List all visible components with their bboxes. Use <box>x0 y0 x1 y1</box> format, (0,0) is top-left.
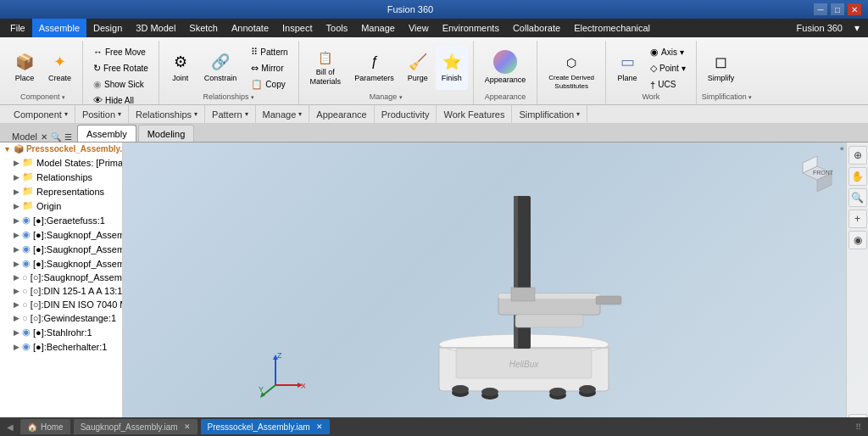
bom-button[interactable]: 📋 Bill ofMaterials <box>304 46 348 90</box>
tree-din-en-iso[interactable]: ▶ ○ [○]:DIN EN ISO 7040 M1... <box>0 298 122 311</box>
create-icon: ✦ <box>50 52 70 72</box>
tab-saugknopf-close[interactable]: ✕ <box>184 422 191 431</box>
menu-item-tools[interactable]: Tools <box>320 19 355 37</box>
svg-point-8 <box>579 385 596 394</box>
show-sick-button[interactable]: ◉ Show Sick <box>88 76 153 92</box>
svg-point-12 <box>549 388 566 396</box>
model-menu[interactable]: ☰ <box>64 132 72 142</box>
panel-manage[interactable]: Manage ▾ <box>256 105 310 123</box>
panel-simplification[interactable]: Simplification ▾ <box>512 105 587 123</box>
menu-item-electromechanical[interactable]: Electromechanical <box>567 19 657 37</box>
tab-home[interactable]: 🏠 Home <box>20 419 70 434</box>
tree-saugknopf-1-label: [●]:Saugknopf_Assembly: <box>33 230 122 240</box>
model-search[interactable]: 🔍 <box>51 132 61 142</box>
purge-button[interactable]: 🧹 Purge <box>402 46 434 90</box>
panel-relationships[interactable]: Relationships ▾ <box>129 105 205 123</box>
tree-gewindestange[interactable]: ▶ ○ [○]:Gewindestange:1 <box>0 311 122 325</box>
tree-geraetefu[interactable]: ▶ ◉ [●]:Geraetefuss:1 <box>0 213 122 227</box>
tree-becherhalter[interactable]: ▶ ◉ [●]:Becherhalter:1 <box>0 339 122 354</box>
axis-button[interactable]: ◉ Axis ▾ <box>645 45 691 60</box>
viewport[interactable]: HeliBux <box>123 143 868 436</box>
mirror-button[interactable]: ⇔ Mirror <box>246 61 292 76</box>
menu-item-sketch[interactable]: Sketch <box>182 19 225 37</box>
appearance-button[interactable]: Appearance <box>479 46 532 90</box>
panel-position[interactable]: Position ▾ <box>75 105 129 123</box>
orbit-tool[interactable]: ◉ <box>849 231 867 249</box>
axis-icon: ◉ <box>650 47 659 58</box>
close-btn[interactable]: ✕ <box>848 3 861 15</box>
menu-item-assemble[interactable]: Assemble <box>32 19 86 37</box>
tab-presssockel[interactable]: Presssockel_Assembly.iam ✕ <box>201 419 330 434</box>
minimize-btn[interactable]: ─ <box>814 3 827 15</box>
free-rotate-button[interactable]: ↻ Free Rotate <box>88 60 153 75</box>
create-button[interactable]: ✦ Create <box>42 46 77 90</box>
free-move-button[interactable]: ↔ Free Move <box>88 44 153 59</box>
zoom-region-tool[interactable]: ⊕ <box>849 146 867 165</box>
pan-tool[interactable]: ✋ <box>849 167 867 186</box>
simplify-button[interactable]: ◻ Simplify <box>702 46 741 90</box>
simplify-icon: ◻ <box>710 52 731 72</box>
tab-saugknopf[interactable]: Saugknopf_Assembly.iam ✕ <box>74 419 198 434</box>
create-label: Create <box>48 74 71 83</box>
tree-root[interactable]: ▼ 📦 Presssockel_Assembly.iam <box>0 143 122 155</box>
tree-saugknopf-3[interactable]: ▶ ◉ [●]:Saugknopf_Assembly: <box>0 256 122 271</box>
constrain-button[interactable]: 🔗 Constrain <box>198 46 243 90</box>
model-close[interactable]: ✕ <box>41 132 47 142</box>
tree-model-states[interactable]: ▶ 📁 Model States: [Primary] <box>0 155 122 170</box>
svg-rect-19 <box>515 315 583 327</box>
hide-all-button[interactable]: 👁 Hide All <box>88 92 153 105</box>
comp-icon-10: ◉ <box>22 341 31 352</box>
tabs-scroll-right[interactable]: ⠿ <box>855 422 861 432</box>
pattern-button[interactable]: ⠿ Pattern <box>246 45 292 60</box>
ribbon-group-work: ▭ Plane ◉ Axis ▾ ◇ Point ▾ † UCS Work <box>606 41 697 104</box>
panel-appearance[interactable]: Appearance <box>309 105 374 123</box>
tab-presssockel-close[interactable]: ✕ <box>316 422 323 431</box>
expand-icon[interactable]: ▾ <box>849 22 865 34</box>
finish-button[interactable]: ⭐ Finish <box>436 46 468 90</box>
tree-representations[interactable]: ▶ 📁 Representations <box>0 184 122 198</box>
nav-back[interactable]: ◀ <box>7 422 14 432</box>
menu-item-3dmodel[interactable]: 3D Model <box>129 19 182 37</box>
look-at-tool[interactable]: + <box>849 210 867 228</box>
menu-item-inspect[interactable]: Inspect <box>275 19 319 37</box>
panel-pattern[interactable]: Pattern ▾ <box>205 105 255 123</box>
tab-assembly[interactable]: Assembly <box>77 125 136 142</box>
panel-component[interactable]: Component ▾ <box>7 105 75 123</box>
tree-becherhalter-label: [●]:Becherhalter:1 <box>33 342 107 352</box>
comp-icon-8: ○ <box>22 313 28 323</box>
panel-work-features[interactable]: Work Features <box>437 105 512 123</box>
menu-item-view[interactable]: View <box>402 19 436 37</box>
place-button[interactable]: 📦 Place <box>8 46 41 90</box>
window-controls[interactable]: ─ □ ✕ <box>814 3 861 15</box>
menu-item-manage[interactable]: Manage <box>354 19 402 37</box>
tree-saugknopf-4[interactable]: ▶ ○ [○]:Saugknopf_Assembly: <box>0 271 122 284</box>
panel-productivity[interactable]: Productivity <box>375 105 437 123</box>
tree-origin[interactable]: ▶ 📁 Origin <box>0 198 122 213</box>
point-button[interactable]: ◇ Point ▾ <box>645 61 691 76</box>
tree-saugknopf-1[interactable]: ▶ ◉ [●]:Saugknopf_Assembly: <box>0 227 122 242</box>
tab-modeling[interactable]: Modeling <box>138 125 195 142</box>
parameters-button[interactable]: ƒ Parameters <box>348 46 400 90</box>
show-sick-label: Show Sick <box>104 80 144 89</box>
menu-item-collaborate[interactable]: Collaborate <box>506 19 567 37</box>
menu-item-environments[interactable]: Environments <box>436 19 506 37</box>
menu-item-annotate[interactable]: Annotate <box>225 19 275 37</box>
tree-din125[interactable]: ▶ ○ [○]:DIN 125-1 A A 13:1 <box>0 284 122 298</box>
joint-button[interactable]: ⚙ Joint <box>164 46 197 90</box>
tree-representations-label: Representations <box>36 187 104 197</box>
menu-item-fusion360[interactable]: Fusion 360 <box>790 19 849 37</box>
create-derived-button[interactable]: ⬡ Create DerivedSubstitutes <box>542 50 600 94</box>
copy-button[interactable]: 📋 Copy <box>246 77 292 92</box>
pattern-icon: ⠿ <box>251 47 258 58</box>
maximize-btn[interactable]: □ <box>831 3 844 15</box>
folder-icon-4: 📁 <box>22 200 34 211</box>
nav-cube[interactable]: FRONT <box>794 149 841 196</box>
tree-relationships[interactable]: ▶ 📁 Relationships <box>0 170 122 184</box>
tree-saugknopf-2[interactable]: ▶ ◉ [●]:Saugknopf_Assembly: <box>0 242 122 256</box>
tree-stahlrohr[interactable]: ▶ ◉ [●]:Stahlrohr:1 <box>0 325 122 339</box>
zoom-fit-tool[interactable]: 🔍 <box>849 188 867 207</box>
plane-button[interactable]: ▭ Plane <box>611 46 643 90</box>
menu-item-file[interactable]: File <box>3 19 32 37</box>
menu-item-design[interactable]: Design <box>86 19 129 37</box>
ucs-button[interactable]: † UCS <box>645 77 691 92</box>
